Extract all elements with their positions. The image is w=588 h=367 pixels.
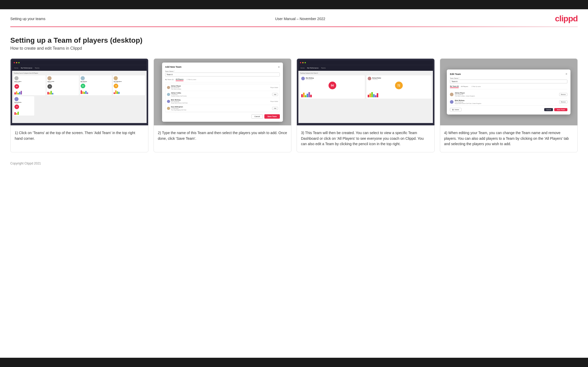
edit-p1-avatar	[450, 93, 453, 96]
edit-p1-info: Adrian Player Plus Handicap The Shire Lo…	[455, 92, 558, 97]
ss1-nav-teams: My Performance	[21, 67, 32, 69]
ss1-dot-orange	[16, 62, 17, 63]
ss1-p5-bars	[14, 110, 33, 115]
modal-p4-club: The Dog Maging Golf Club	[171, 109, 271, 111]
ss1-player-1: Adrian Collins Plus Handicap 84	[14, 75, 46, 95]
rbar6	[377, 93, 378, 97]
ss3-richard-name: Richard Butler	[372, 77, 381, 79]
bar6	[310, 95, 312, 97]
rbar4	[373, 94, 375, 97]
edit-modal-filter: ☐ Filter by name	[471, 86, 481, 87]
modal-player-list: Adrian Player Plus Handicap The Shire Lo…	[165, 84, 280, 112]
ss1-p4-score: 78	[114, 84, 118, 88]
ss1-content: Tracking 4 out of 4 players from All Pla…	[12, 71, 147, 123]
ss1-p2-bars	[47, 89, 78, 94]
edit-p2-avatar	[450, 100, 453, 104]
edit-team-name-label: Team Name *	[450, 77, 567, 79]
modal-p1-club: The Shire London	[171, 88, 270, 90]
modal-close-icon[interactable]: ✕	[278, 66, 280, 68]
edit-modal-footer: 🗑 Delete Cancel Save Team	[450, 108, 567, 111]
edit-p2-remove-button[interactable]: Remove	[559, 100, 568, 103]
screenshot-4-edit-modal: Edit Team ✕ Team Name * Team A My Team (…	[440, 59, 578, 125]
edit-tab-myteam[interactable]: My Team (2)	[450, 85, 459, 88]
ss3-nav-teams: Teams	[321, 67, 326, 69]
modal-team-name-input[interactable]: Team A	[165, 73, 280, 76]
ss3-richard-score: 72	[395, 82, 403, 89]
ss1-players-row: Adrian Collins Plus Handicap 84	[14, 75, 145, 95]
edit-delete-button[interactable]: 🗑 Delete	[450, 108, 461, 111]
modal-save-team-button[interactable]: Save Team	[264, 114, 280, 119]
card-3-text: 3) This Team will then be created. You c…	[297, 126, 434, 152]
card-3: Home My Performance Teams Tracking 2 pla…	[297, 58, 435, 152]
header-center-text: User Manual – November 2022	[275, 17, 325, 21]
ss3-nav-myperformance: My Performance	[307, 67, 318, 69]
ss3-richard-avatar	[368, 77, 371, 80]
edit-player-row-2: Blair McHarg Plus Handicap Royal North D…	[450, 98, 567, 106]
ss3-blair-bars	[301, 91, 364, 97]
modal-cancel-button[interactable]: Cancel	[251, 114, 263, 119]
modal-p1-avatar	[167, 86, 170, 89]
edit-p2-info: Blair McHarg Plus Handicap Royal North D…	[455, 100, 558, 104]
ss1-p3-avatar	[81, 76, 85, 80]
edit-cancel-button[interactable]: Cancel	[544, 108, 553, 111]
ss1-p1-avatar	[14, 76, 19, 80]
modal-tabs: My Team (2) All Players ☐ Filter by name	[165, 78, 280, 82]
modal-p4-info: Dave Billingham 1.5 Handicap The Dog Mag…	[171, 106, 271, 111]
ss3-dot2	[302, 62, 304, 63]
edit-team-name-input[interactable]: Team A	[450, 80, 567, 83]
ss3-dot1	[300, 62, 301, 63]
delete-label: Delete	[455, 109, 459, 110]
modal-p2-info: Adrian Coliba 1 Handicap Central London …	[171, 92, 271, 97]
modal-p3-club: Royal North Devon Golf Club	[171, 102, 270, 104]
bottom-bar	[0, 358, 588, 367]
ss3-blair-name: Blair McHarg	[306, 77, 314, 79]
modal-p4-avatar	[167, 107, 170, 110]
modal-p2-add-button[interactable]: Add	[272, 93, 278, 96]
bar3	[305, 95, 306, 97]
modal-player-1: Adrian Player Plus Handicap The Shire Lo…	[165, 84, 280, 91]
modal-tab-myteam[interactable]: My Team (2)	[165, 78, 174, 81]
edit-team-modal: Edit Team ✕ Team Name * Team A My Team (…	[447, 69, 570, 115]
card-2: Add New Team ✕ Team Name * Team A My Tea…	[154, 58, 292, 152]
ss1-p3-score: 94	[81, 84, 85, 88]
ss3-richard-handicap: 5 Handicap	[372, 79, 381, 80]
ss1-player-4: Dave Billingham 1.5 Handicap 78	[113, 75, 145, 95]
card-1: Home My Performance Teams Tracking 4 out…	[10, 58, 148, 152]
modal-filter-label: ☐ Filter by name	[187, 79, 196, 80]
rbar3	[371, 92, 373, 97]
ss1-content-title: Tracking 4 out of 4 players from All Pla…	[14, 72, 145, 74]
header: Setting up your teams User Manual – Nove…	[0, 9, 588, 27]
ss1-p4-bars	[114, 89, 144, 94]
header-left-text: Setting up your teams	[10, 17, 45, 21]
edit-modal-close-icon[interactable]: ✕	[565, 73, 567, 75]
ss1-p2-score: 0	[47, 84, 52, 89]
modal-tab-allplayers[interactable]: All Players	[176, 78, 184, 81]
edit-p1-remove-button[interactable]: Remove	[559, 93, 568, 96]
edit-tab-allplayers[interactable]: All Players	[461, 85, 468, 88]
copyright-text: Copyright Clippd 2021	[10, 162, 41, 165]
ss1-p5-score: 72	[14, 104, 19, 109]
ss1-second-row: Richard Butler 5 Handicap 72	[14, 96, 145, 116]
ss1-player-2: Adrian Coliba 1 Handicap 0	[47, 75, 79, 95]
ss3-blair-header: Blair McHarg Plus Handicap	[301, 77, 364, 80]
page-title-section: Setting up a Team of players (desktop) H…	[0, 27, 588, 56]
edit-save-team-button[interactable]: Save Team	[554, 108, 567, 111]
edit-modal-tabs: My Team (2) All Players ☐ Filter by name	[450, 85, 567, 89]
ss3-richard-header: Richard Butler 5 Handicap	[368, 77, 430, 80]
ss3-nav-home: Home	[300, 67, 305, 69]
trash-icon: 🗑	[452, 109, 454, 110]
ss1-nav-players: Teams	[35, 67, 39, 69]
modal-footer: Cancel Save Team	[165, 114, 280, 119]
modal-p1-status: Player Added	[270, 87, 278, 88]
card-4-screenshot: Edit Team ✕ Team Name * Team A My Team (…	[440, 59, 578, 126]
card-4: Edit Team ✕ Team Name * Team A My Team (…	[440, 58, 578, 152]
bar2	[303, 93, 305, 97]
ss1-player-3: Blair McHarg Plus Handicap 94	[80, 75, 112, 95]
ss1-player-5: Richard Butler 5 Handicap 72	[14, 96, 34, 116]
ss3-players-row: Blair McHarg Plus Handicap 94	[300, 75, 431, 99]
ss1-dot-red	[14, 62, 15, 63]
modal-p4-add-button[interactable]: Add	[272, 107, 278, 110]
screenshot-1-dashboard: Home My Performance Teams Tracking 4 out…	[11, 59, 148, 125]
modal-p3-avatar	[167, 100, 170, 103]
card-3-screenshot: Home My Performance Teams Tracking 2 pla…	[297, 59, 434, 126]
